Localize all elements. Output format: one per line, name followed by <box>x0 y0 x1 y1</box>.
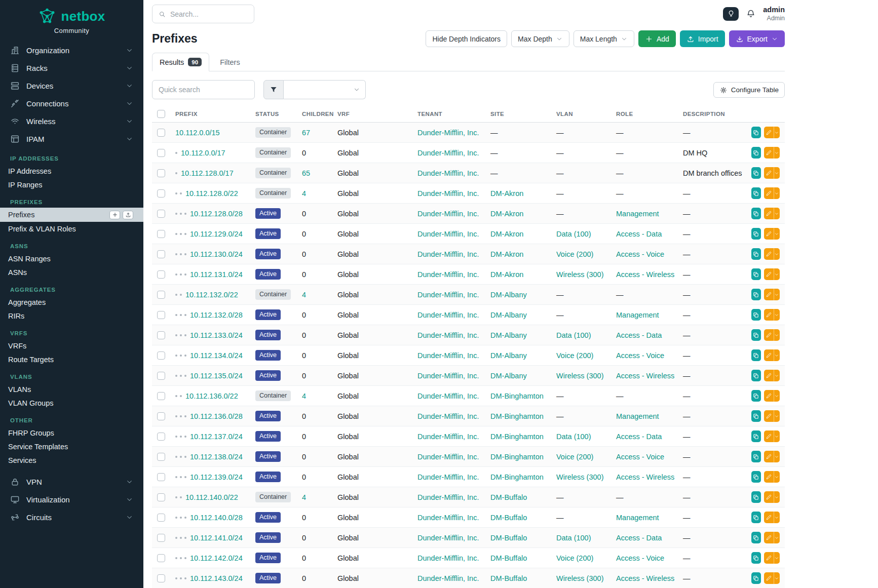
edit-button[interactable] <box>764 349 774 361</box>
tenant-link[interactable]: Dunder-Mifflin, Inc. <box>417 433 479 441</box>
column-header-role[interactable]: Role <box>611 106 678 123</box>
column-header-site[interactable]: Site <box>485 106 551 123</box>
filter-button[interactable] <box>263 80 284 99</box>
sidebar-item-ip-ranges[interactable]: IP Ranges <box>0 178 143 191</box>
tenant-link[interactable]: Dunder-Mifflin, Inc. <box>417 189 479 198</box>
tenant-link[interactable]: Dunder-Mifflin, Inc. <box>417 169 479 177</box>
prefix-link[interactable]: 10.112.143.0/24 <box>190 574 243 582</box>
tenant-link[interactable]: Dunder-Mifflin, Inc. <box>417 392 479 400</box>
edit-dropdown-button[interactable] <box>774 248 780 260</box>
vlan-link[interactable]: Voice (200) <box>556 351 593 360</box>
site-link[interactable]: DM-Akron <box>490 270 523 279</box>
copy-button[interactable] <box>751 390 761 402</box>
row-checkbox[interactable] <box>157 331 165 339</box>
copy-button[interactable] <box>751 552 761 564</box>
column-header-children[interactable]: Children <box>297 106 332 123</box>
prefix-link[interactable]: 10.112.136.0/22 <box>185 392 238 400</box>
edit-button[interactable] <box>764 451 774 462</box>
site-link[interactable]: DM-Albany <box>490 291 527 299</box>
copy-button[interactable] <box>751 289 761 300</box>
role-link[interactable]: Access - Voice <box>616 453 664 461</box>
edit-button[interactable] <box>764 147 774 159</box>
role-link[interactable]: Access - Wireless <box>616 270 674 279</box>
prefix-link[interactable]: 10.112.133.0/24 <box>190 331 243 339</box>
prefix-link[interactable]: 10.112.140.0/22 <box>185 493 238 501</box>
children-count[interactable]: 0 <box>302 210 306 218</box>
children-count[interactable]: 0 <box>302 351 306 360</box>
edit-dropdown-button[interactable] <box>774 512 780 523</box>
prefix-link[interactable]: 10.112.128.0/22 <box>185 189 238 198</box>
vlan-link[interactable]: Wireless (300) <box>556 473 603 481</box>
copy-button[interactable] <box>751 248 761 260</box>
children-count[interactable]: 65 <box>302 169 310 177</box>
role-link[interactable]: Access - Data <box>616 331 662 339</box>
copy-button[interactable] <box>751 127 761 138</box>
hide-depth-indicators-button[interactable]: Hide Depth Indicators <box>426 30 507 47</box>
select-all-checkbox[interactable] <box>157 110 165 118</box>
row-checkbox[interactable] <box>157 433 165 441</box>
row-checkbox[interactable] <box>157 210 165 218</box>
row-checkbox[interactable] <box>157 169 165 177</box>
row-checkbox[interactable] <box>157 189 165 198</box>
children-count[interactable]: 4 <box>302 189 306 198</box>
copy-button[interactable] <box>751 491 761 503</box>
row-checkbox[interactable] <box>157 230 165 238</box>
children-count[interactable]: 0 <box>302 514 306 522</box>
quick-import-button[interactable] <box>123 211 133 219</box>
prefix-link[interactable]: 10.112.140.0/28 <box>190 514 243 522</box>
edit-dropdown-button[interactable] <box>774 430 780 442</box>
sidebar-item-vrfs[interactable]: VRFs <box>0 339 143 352</box>
edit-button[interactable] <box>764 167 774 179</box>
tab-results[interactable]: Results 90 <box>152 53 209 71</box>
edit-dropdown-button[interactable] <box>774 147 780 159</box>
prefix-link[interactable]: 10.112.141.0/24 <box>190 534 243 542</box>
tenant-link[interactable]: Dunder-Mifflin, Inc. <box>417 270 479 279</box>
column-header-vrf[interactable]: VRF <box>332 106 412 123</box>
edit-dropdown-button[interactable] <box>774 451 780 462</box>
sidebar-item-prefix-vlan-roles[interactable]: Prefix & VLAN Roles <box>0 222 143 236</box>
edit-dropdown-button[interactable] <box>774 289 780 300</box>
vlan-link[interactable]: Voice (200) <box>556 250 593 258</box>
tenant-link[interactable]: Dunder-Mifflin, Inc. <box>417 534 479 542</box>
global-search-input[interactable] <box>170 10 248 18</box>
vlan-link[interactable]: Voice (200) <box>556 453 593 461</box>
copy-button[interactable] <box>751 167 761 179</box>
edit-button[interactable] <box>764 208 774 219</box>
children-count[interactable]: 0 <box>302 433 306 441</box>
tenant-link[interactable]: Dunder-Mifflin, Inc. <box>417 311 479 319</box>
copy-button[interactable] <box>751 228 761 240</box>
role-link[interactable]: Access - Voice <box>616 351 664 360</box>
edit-dropdown-button[interactable] <box>774 228 780 240</box>
site-link[interactable]: DM-Akron <box>490 189 523 198</box>
children-count[interactable]: 0 <box>302 149 306 157</box>
column-header-prefix[interactable]: Prefix <box>170 106 250 123</box>
tenant-link[interactable]: Dunder-Mifflin, Inc. <box>417 230 479 238</box>
site-link[interactable]: DM-Akron <box>490 210 523 218</box>
row-checkbox[interactable] <box>157 129 165 137</box>
site-link[interactable]: DM-Akron <box>490 230 523 238</box>
site-link[interactable]: DM-Binghamton <box>490 392 544 400</box>
edit-dropdown-button[interactable] <box>774 390 780 402</box>
site-link[interactable]: DM-Buffalo <box>490 554 527 562</box>
children-count[interactable]: 0 <box>302 331 306 339</box>
edit-button[interactable] <box>764 572 774 584</box>
vlan-link[interactable]: Wireless (300) <box>556 372 603 380</box>
edit-button[interactable] <box>764 491 774 503</box>
prefix-link[interactable]: 10.112.136.0/28 <box>190 412 243 420</box>
vlan-link[interactable]: Data (100) <box>556 230 591 238</box>
sidebar-item-organization[interactable]: Organization <box>0 42 143 59</box>
prefix-link[interactable]: 10.112.128.0/17 <box>181 169 234 177</box>
max-length-dropdown[interactable]: Max Length <box>574 30 634 47</box>
notifications-button[interactable] <box>746 9 756 19</box>
site-link[interactable]: DM-Buffalo <box>490 514 527 522</box>
edit-button[interactable] <box>764 127 774 138</box>
copy-button[interactable] <box>751 572 761 584</box>
tenant-link[interactable]: Dunder-Mifflin, Inc. <box>417 412 479 420</box>
prefix-link[interactable]: 10.112.0.0/17 <box>181 149 225 157</box>
quick-search-input[interactable] <box>152 80 255 99</box>
site-link[interactable]: DM-Albany <box>490 331 527 339</box>
edit-button[interactable] <box>764 552 774 564</box>
row-checkbox[interactable] <box>157 392 165 400</box>
edit-button[interactable] <box>764 390 774 402</box>
sidebar-item-prefixes[interactable]: Prefixes <box>0 208 143 222</box>
